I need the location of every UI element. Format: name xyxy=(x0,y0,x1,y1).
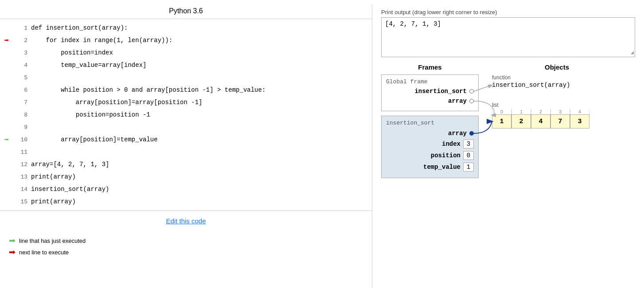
is-dot-array xyxy=(469,131,474,136)
legend-text-green: line that has just executed xyxy=(19,237,86,244)
line-code-7: array[position]=array[position -1] xyxy=(31,99,372,106)
line-number-10: 10 xyxy=(13,136,31,143)
is-row-array: array xyxy=(386,130,474,137)
legend-text-red: next line to execute xyxy=(19,249,69,256)
line-code-15: print(array) xyxy=(31,198,372,205)
list-index-cell-1: 1 xyxy=(511,109,531,114)
line-number-9: 9 xyxy=(13,124,31,131)
is-frame-title: insertion_sort xyxy=(386,120,474,126)
legend: ➡line that has just executed➡next line t… xyxy=(0,231,372,263)
objects-column: function insertion_sort(array) list 0123… xyxy=(479,74,635,128)
list-index-cell-0: 0 xyxy=(492,109,511,114)
line-code-6: while position > 0 and array[position -1… xyxy=(31,86,372,93)
frames-header: Frames xyxy=(381,63,479,71)
line-arrow-2: ➡ xyxy=(0,35,13,45)
code-line-15: 15print(array) xyxy=(0,195,372,208)
frame-row-array: array xyxy=(386,97,474,105)
frames-column: Global frame insertion_sort array xyxy=(381,74,479,178)
line-code-2: for index in range(1, len(array)): xyxy=(31,37,372,44)
code-line-8: 8 position=position -1 xyxy=(0,109,372,121)
insertion-sort-frame: insertion_sort array index 3 position xyxy=(381,116,479,178)
legend-item-green: ➡line that has just executed xyxy=(9,236,363,245)
list-value-cell-0: 1 xyxy=(492,114,511,128)
code-line-9: 9 xyxy=(0,121,372,133)
frame-row-insertion-sort: insertion_sort xyxy=(386,88,474,95)
line-number-1: 1 xyxy=(13,25,31,31)
list-value-cell-4: 3 xyxy=(570,114,589,128)
code-line-2: ➡2 for index in range(1, len(array)): xyxy=(0,34,372,47)
line-code-13: print(array) xyxy=(31,173,372,180)
output-box[interactable]: [4, 2, 7, 1, 3] ◢ xyxy=(381,17,635,57)
right-panel: Print output (drag lower right corner to… xyxy=(372,4,644,288)
is-row-index: index 3 xyxy=(386,140,474,148)
code-line-4: 4 temp_value=array[index] xyxy=(0,59,372,71)
line-code-1: def insertion_sort(array): xyxy=(31,24,372,31)
code-line-6: 6 while position > 0 and array[position … xyxy=(0,84,372,96)
insertion-sort-dot xyxy=(469,89,474,93)
is-var-position: position xyxy=(431,152,461,159)
line-number-3: 3 xyxy=(13,50,31,56)
list-object-box: list 01234 12473 xyxy=(492,102,589,128)
line-code-4: temp_value=array[index] xyxy=(31,62,372,69)
array-dot-global xyxy=(469,99,474,103)
is-val-index: 3 xyxy=(463,140,474,148)
function-name: insertion_sort(array) xyxy=(492,82,570,89)
global-var-insertion-sort: insertion_sort xyxy=(414,88,467,95)
line-code-14: insertion_sort(array) xyxy=(31,186,372,193)
is-var-array: array xyxy=(448,130,467,137)
line-code-10: array[position]=temp_value xyxy=(31,136,372,143)
line-number-14: 14 xyxy=(13,186,31,193)
green-arrow-icon: ➡ xyxy=(4,136,9,144)
edit-this-code-link[interactable]: Edit this code xyxy=(166,217,206,225)
line-number-12: 12 xyxy=(13,161,31,168)
line-number-5: 5 xyxy=(13,74,31,81)
is-var-index: index xyxy=(442,140,461,148)
frames-objects-section: Frames Objects Global frame insertion_so… xyxy=(381,63,635,178)
line-code-8: position=position -1 xyxy=(31,111,372,118)
green-legend-arrow-icon: ➡ xyxy=(9,236,16,245)
code-line-1: 1def insertion_sort(array): xyxy=(0,22,372,34)
is-row-temp-value: temp_value 1 xyxy=(386,163,474,171)
line-number-7: 7 xyxy=(13,99,31,106)
code-line-13: 13print(array) xyxy=(0,171,372,183)
is-val-position: 0 xyxy=(463,151,474,160)
red-legend-arrow-icon: ➡ xyxy=(9,247,16,257)
line-code-12: array=[4, 2, 7, 1, 3] xyxy=(31,161,372,168)
code-line-11: 11 xyxy=(0,146,372,158)
function-label: function xyxy=(492,74,570,81)
list-index-cell-3: 3 xyxy=(550,109,570,114)
fo-header: Frames Objects xyxy=(381,63,635,71)
line-number-8: 8 xyxy=(13,112,31,118)
code-line-10: ➡10 array[position]=temp_value xyxy=(0,133,372,146)
is-val-temp-value: 1 xyxy=(463,163,474,171)
list-value-cell-2: 4 xyxy=(531,114,550,128)
line-number-4: 4 xyxy=(13,62,31,69)
global-frame: Global frame insertion_sort array xyxy=(381,74,479,111)
global-frame-title: Global frame xyxy=(386,78,474,85)
left-panel: Python 3.6 1def insertion_sort(array):➡2… xyxy=(0,4,372,288)
line-number-11: 11 xyxy=(13,149,31,156)
code-line-5: 5 xyxy=(0,71,372,84)
line-number-6: 6 xyxy=(13,87,31,93)
code-area: 1def insertion_sort(array):➡2 for index … xyxy=(0,19,372,211)
panel-title: Python 3.6 xyxy=(0,4,372,19)
line-arrow-10: ➡ xyxy=(0,135,13,144)
code-line-12: 12array=[4, 2, 7, 1, 3] xyxy=(0,158,372,171)
code-line-14: 14insertion_sort(array) xyxy=(0,183,372,195)
legend-item-red: ➡next line to execute xyxy=(9,247,363,257)
fo-body-wrapper: Global frame insertion_sort array xyxy=(381,74,635,178)
list-index-cell-2: 2 xyxy=(531,109,550,114)
line-number-13: 13 xyxy=(13,174,31,180)
edit-link-container: Edit this code xyxy=(0,211,372,231)
code-line-3: 3 position=index xyxy=(0,47,372,59)
list-index-cell-4: 4 xyxy=(570,109,589,114)
list-value-cell-3: 7 xyxy=(550,114,570,128)
line-code-3: position=index xyxy=(31,49,372,56)
output-label: Print output (drag lower right corner to… xyxy=(381,9,635,16)
code-line-7: 7 array[position]=array[position -1] xyxy=(0,96,372,109)
is-var-temp-value: temp_value xyxy=(423,164,461,171)
resize-handle-icon[interactable]: ◢ xyxy=(631,49,634,56)
line-number-15: 15 xyxy=(13,199,31,205)
list-value-row: 12473 xyxy=(492,114,589,128)
objects-header: Objects xyxy=(479,63,635,71)
